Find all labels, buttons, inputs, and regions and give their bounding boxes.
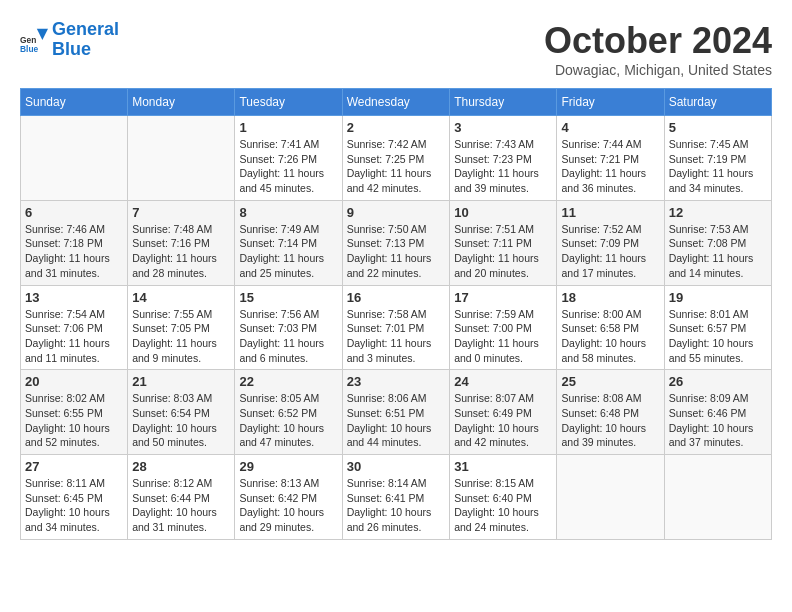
table-row: 26Sunrise: 8:09 AMSunset: 6:46 PMDayligh… [664,370,771,455]
day-number: 31 [454,459,552,474]
day-number: 20 [25,374,123,389]
day-number: 12 [669,205,767,220]
day-number: 22 [239,374,337,389]
day-number: 18 [561,290,659,305]
day-info: Sunrise: 7:44 AMSunset: 7:21 PMDaylight:… [561,137,659,196]
day-info: Sunrise: 8:01 AMSunset: 6:57 PMDaylight:… [669,307,767,366]
day-info: Sunrise: 8:14 AMSunset: 6:41 PMDaylight:… [347,476,446,535]
table-row: 29Sunrise: 8:13 AMSunset: 6:42 PMDayligh… [235,455,342,540]
day-info: Sunrise: 8:15 AMSunset: 6:40 PMDaylight:… [454,476,552,535]
title-block: October 2024 Dowagiac, Michigan, United … [544,20,772,78]
table-row: 4Sunrise: 7:44 AMSunset: 7:21 PMDaylight… [557,116,664,201]
table-row: 28Sunrise: 8:12 AMSunset: 6:44 PMDayligh… [128,455,235,540]
calendar-table: Sunday Monday Tuesday Wednesday Thursday… [20,88,772,540]
table-row: 6Sunrise: 7:46 AMSunset: 7:18 PMDaylight… [21,200,128,285]
day-number: 29 [239,459,337,474]
day-number: 4 [561,120,659,135]
logo-line1: General [52,19,119,39]
table-row: 9Sunrise: 7:50 AMSunset: 7:13 PMDaylight… [342,200,450,285]
day-info: Sunrise: 7:46 AMSunset: 7:18 PMDaylight:… [25,222,123,281]
day-number: 23 [347,374,446,389]
col-thursday: Thursday [450,89,557,116]
day-number: 19 [669,290,767,305]
logo-icon: GenBlue [20,26,48,54]
col-friday: Friday [557,89,664,116]
day-info: Sunrise: 7:54 AMSunset: 7:06 PMDaylight:… [25,307,123,366]
table-row: 2Sunrise: 7:42 AMSunset: 7:25 PMDaylight… [342,116,450,201]
day-number: 16 [347,290,446,305]
day-number: 11 [561,205,659,220]
table-row: 23Sunrise: 8:06 AMSunset: 6:51 PMDayligh… [342,370,450,455]
day-info: Sunrise: 8:00 AMSunset: 6:58 PMDaylight:… [561,307,659,366]
table-row: 22Sunrise: 8:05 AMSunset: 6:52 PMDayligh… [235,370,342,455]
location: Dowagiac, Michigan, United States [544,62,772,78]
day-info: Sunrise: 7:53 AMSunset: 7:08 PMDaylight:… [669,222,767,281]
calendar-week-row: 6Sunrise: 7:46 AMSunset: 7:18 PMDaylight… [21,200,772,285]
day-info: Sunrise: 7:45 AMSunset: 7:19 PMDaylight:… [669,137,767,196]
calendar-week-row: 13Sunrise: 7:54 AMSunset: 7:06 PMDayligh… [21,285,772,370]
day-info: Sunrise: 8:11 AMSunset: 6:45 PMDaylight:… [25,476,123,535]
day-info: Sunrise: 7:42 AMSunset: 7:25 PMDaylight:… [347,137,446,196]
page-header: GenBlue General Blue October 2024 Dowagi… [20,20,772,78]
day-number: 24 [454,374,552,389]
logo: GenBlue General Blue [20,20,119,60]
calendar-week-row: 20Sunrise: 8:02 AMSunset: 6:55 PMDayligh… [21,370,772,455]
day-number: 2 [347,120,446,135]
day-info: Sunrise: 8:05 AMSunset: 6:52 PMDaylight:… [239,391,337,450]
table-row: 25Sunrise: 8:08 AMSunset: 6:48 PMDayligh… [557,370,664,455]
day-info: Sunrise: 7:49 AMSunset: 7:14 PMDaylight:… [239,222,337,281]
day-number: 6 [25,205,123,220]
day-info: Sunrise: 7:58 AMSunset: 7:01 PMDaylight:… [347,307,446,366]
table-row: 3Sunrise: 7:43 AMSunset: 7:23 PMDaylight… [450,116,557,201]
col-saturday: Saturday [664,89,771,116]
col-wednesday: Wednesday [342,89,450,116]
table-row: 16Sunrise: 7:58 AMSunset: 7:01 PMDayligh… [342,285,450,370]
day-number: 5 [669,120,767,135]
table-row: 5Sunrise: 7:45 AMSunset: 7:19 PMDaylight… [664,116,771,201]
day-number: 8 [239,205,337,220]
table-row: 1Sunrise: 7:41 AMSunset: 7:26 PMDaylight… [235,116,342,201]
day-number: 10 [454,205,552,220]
table-row: 19Sunrise: 8:01 AMSunset: 6:57 PMDayligh… [664,285,771,370]
day-info: Sunrise: 7:43 AMSunset: 7:23 PMDaylight:… [454,137,552,196]
logo-text: General Blue [52,20,119,60]
table-row: 20Sunrise: 8:02 AMSunset: 6:55 PMDayligh… [21,370,128,455]
day-number: 26 [669,374,767,389]
day-number: 13 [25,290,123,305]
day-info: Sunrise: 7:51 AMSunset: 7:11 PMDaylight:… [454,222,552,281]
day-info: Sunrise: 7:50 AMSunset: 7:13 PMDaylight:… [347,222,446,281]
day-number: 28 [132,459,230,474]
day-info: Sunrise: 8:08 AMSunset: 6:48 PMDaylight:… [561,391,659,450]
day-number: 21 [132,374,230,389]
day-info: Sunrise: 7:55 AMSunset: 7:05 PMDaylight:… [132,307,230,366]
table-row: 27Sunrise: 8:11 AMSunset: 6:45 PMDayligh… [21,455,128,540]
table-row: 14Sunrise: 7:55 AMSunset: 7:05 PMDayligh… [128,285,235,370]
day-info: Sunrise: 7:56 AMSunset: 7:03 PMDaylight:… [239,307,337,366]
calendar-week-row: 1Sunrise: 7:41 AMSunset: 7:26 PMDaylight… [21,116,772,201]
table-row [557,455,664,540]
calendar-header-row: Sunday Monday Tuesday Wednesday Thursday… [21,89,772,116]
day-info: Sunrise: 7:41 AMSunset: 7:26 PMDaylight:… [239,137,337,196]
day-info: Sunrise: 7:48 AMSunset: 7:16 PMDaylight:… [132,222,230,281]
table-row [664,455,771,540]
day-number: 1 [239,120,337,135]
svg-text:Blue: Blue [20,44,38,54]
day-number: 14 [132,290,230,305]
calendar-week-row: 27Sunrise: 8:11 AMSunset: 6:45 PMDayligh… [21,455,772,540]
col-tuesday: Tuesday [235,89,342,116]
table-row: 31Sunrise: 8:15 AMSunset: 6:40 PMDayligh… [450,455,557,540]
table-row: 13Sunrise: 7:54 AMSunset: 7:06 PMDayligh… [21,285,128,370]
table-row: 11Sunrise: 7:52 AMSunset: 7:09 PMDayligh… [557,200,664,285]
day-info: Sunrise: 8:06 AMSunset: 6:51 PMDaylight:… [347,391,446,450]
table-row: 8Sunrise: 7:49 AMSunset: 7:14 PMDaylight… [235,200,342,285]
table-row: 24Sunrise: 8:07 AMSunset: 6:49 PMDayligh… [450,370,557,455]
day-number: 30 [347,459,446,474]
table-row: 21Sunrise: 8:03 AMSunset: 6:54 PMDayligh… [128,370,235,455]
day-info: Sunrise: 8:07 AMSunset: 6:49 PMDaylight:… [454,391,552,450]
col-sunday: Sunday [21,89,128,116]
col-monday: Monday [128,89,235,116]
day-info: Sunrise: 8:02 AMSunset: 6:55 PMDaylight:… [25,391,123,450]
day-number: 25 [561,374,659,389]
day-number: 3 [454,120,552,135]
day-number: 9 [347,205,446,220]
